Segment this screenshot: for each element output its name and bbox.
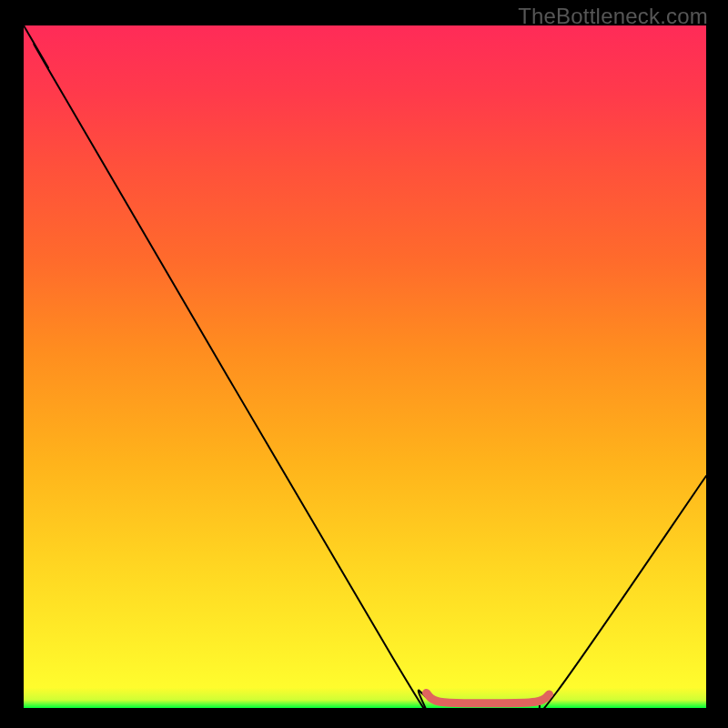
chart-canvas <box>0 0 728 728</box>
watermark-text: TheBottleneck.com <box>518 4 708 29</box>
chart-frame: TheBottleneck.com <box>0 0 728 728</box>
plot-background <box>24 25 706 708</box>
